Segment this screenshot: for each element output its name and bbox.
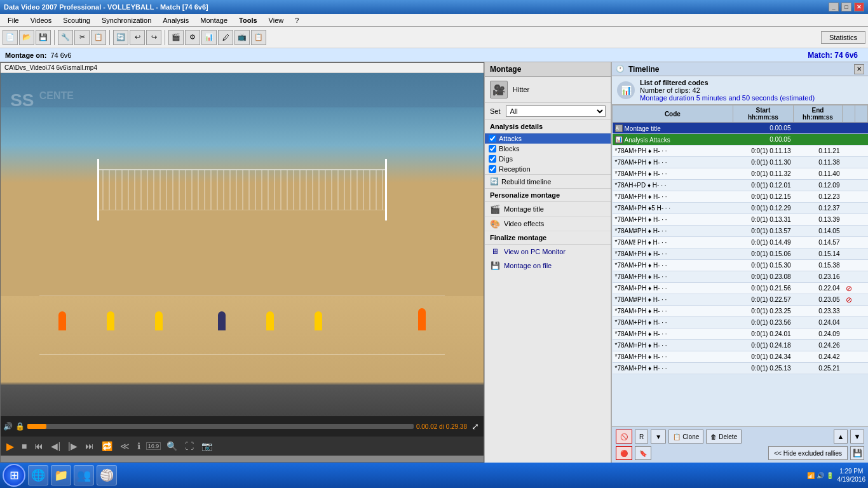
table-row[interactable]: *78AM+PH ♦5 H- · · 0:0(1) 0.12.29 0.12.3… xyxy=(613,203,868,214)
stop-btn[interactable]: ■ xyxy=(20,441,29,451)
progress-bar[interactable] xyxy=(27,424,414,429)
toolbar-btn2[interactable]: ✂ xyxy=(74,30,90,45)
table-row[interactable]: *78AM#PH ♦ H- · · 0:0(1) 0.22.57 0.23.05… xyxy=(613,294,868,306)
table-row[interactable]: *78AM+PH ♦ H- · · 0:0(1) 0.15.30 0.15.38 xyxy=(613,260,868,271)
save-timeline-btn[interactable]: 💾 xyxy=(850,446,864,460)
taskbar-teamviewer[interactable]: 👥 xyxy=(74,465,94,485)
filter-btn[interactable]: ▼ xyxy=(651,430,666,444)
prev-btn[interactable]: ⏮ xyxy=(32,441,45,451)
toolbar-btn6[interactable]: ↪ xyxy=(146,30,161,45)
table-row[interactable]: *78AM+PH ♦ H- · · 0:0(1) 0.24.34 0.24.42 xyxy=(613,351,868,363)
toolbar-btn10[interactable]: 🖊 xyxy=(218,30,233,45)
menu-tools[interactable]: Tools xyxy=(234,15,262,25)
taskbar-datavideo[interactable]: 🏐 xyxy=(97,465,117,485)
statistics-button[interactable]: Statistics xyxy=(821,31,865,44)
start-button[interactable]: ⊞ xyxy=(3,464,25,487)
menu-view[interactable]: View xyxy=(264,15,289,25)
delete-btn[interactable]: 🗑 Delete xyxy=(706,430,742,444)
montage-title-btn[interactable]: 🎬 Montage title xyxy=(485,202,611,217)
table-row[interactable]: *78AM+PH ♦ H- · · 0:0(1) 0.21.56 0.22.04… xyxy=(613,283,868,294)
step-back-btn[interactable]: ◀| xyxy=(49,441,62,451)
menu-videos[interactable]: Videos xyxy=(25,15,57,25)
timeline-close-btn[interactable]: ✕ xyxy=(854,64,864,74)
table-row[interactable]: *78AM+PH ♦ H- · · 0:0(1) 0.12.15 0.12.23 xyxy=(613,191,868,203)
clone-btn[interactable]: 📋 Clone xyxy=(668,430,703,444)
menu-file[interactable]: File xyxy=(3,15,24,25)
table-row[interactable]: *78AM+PH ♦ H- · · 0:0(1) 0.25.13 0.25.21 xyxy=(613,363,868,374)
menu-scouting[interactable]: Scouting xyxy=(58,15,95,25)
table-row[interactable]: *78AM+PH ♦ H- · · 0:0(1) 0.11.32 0.11.40 xyxy=(613,168,868,180)
toolbar-open[interactable]: 📂 xyxy=(19,30,34,45)
loop-btn[interactable]: 🔁 xyxy=(100,441,114,451)
menu-help[interactable]: ? xyxy=(290,15,304,25)
montage-on-file-btn[interactable]: 💾 Montage on file xyxy=(485,259,611,273)
table-row[interactable]: *78AM! PH ♦ H- · · 0:0(1) 0.14.49 0.14.5… xyxy=(613,237,868,248)
table-row[interactable]: 📊 Analysis Attacks 0.00.05 xyxy=(613,134,868,146)
video-effects-btn[interactable]: 🎨 Video effects xyxy=(485,217,611,231)
analysis-item-digs[interactable]: Digs xyxy=(485,154,611,164)
table-row[interactable]: *78AH+PD ♦ H- · · 0:0(1) 0.12.01 0.12.09 xyxy=(613,180,868,191)
exclude-btn[interactable]: 🚫 xyxy=(616,430,632,444)
flag-btn[interactable]: 🔖 xyxy=(635,446,651,460)
analysis-item-attacks[interactable]: Attacks xyxy=(485,133,611,144)
clock[interactable]: 1:29 PM 4/19/2016 xyxy=(837,467,866,484)
fullscreen-btn[interactable]: ⛶ xyxy=(183,441,196,451)
toolbar-btn3[interactable]: 📋 xyxy=(91,30,106,45)
digs-checkbox[interactable] xyxy=(489,155,496,163)
table-row[interactable]: *78AM=PH ♦ H- · · 0:0(1) 0.24.18 0.24.26 xyxy=(613,340,868,351)
attacks-checkbox[interactable] xyxy=(489,135,496,142)
hide-excluded-btn[interactable]: << Hide excluded rallies xyxy=(768,446,848,460)
red-btn1[interactable]: 🔴 xyxy=(616,446,632,460)
slow-btn[interactable]: ≪ xyxy=(118,441,132,451)
toolbar-btn12[interactable]: 📋 xyxy=(251,30,266,45)
rebuild-timeline-btn[interactable]: 🔄 Rebuild timeline xyxy=(485,175,611,189)
table-row[interactable]: *78AM+PH ♦ H- · · 0:0(1) 0.23.56 0.24.04 xyxy=(613,317,868,329)
zoom-btn[interactable]: 🔍 xyxy=(165,441,179,451)
table-row[interactable]: *78AM+PH ♦ H- · · 0:0(1) 0.23.25 0.23.33 xyxy=(613,306,868,317)
toolbar-btn1[interactable]: 🔧 xyxy=(58,30,73,45)
play-btn[interactable]: ▶ xyxy=(4,440,16,452)
info-btn[interactable]: ℹ xyxy=(135,441,142,451)
move-down-btn[interactable]: ▼ xyxy=(850,430,864,444)
toolbar-save[interactable]: 💾 xyxy=(36,30,51,45)
blocks-checkbox[interactable] xyxy=(489,145,496,152)
menu-montage[interactable]: Montage xyxy=(195,15,233,25)
toolbar-btn5[interactable]: ↩ xyxy=(130,30,145,45)
toolbar-btn11[interactable]: 📺 xyxy=(234,30,250,45)
video-area[interactable]: SS CENTE xyxy=(1,73,484,416)
table-row[interactable]: *78AM+PH ♦ H- · · 0:0(1) 0.11.30 0.11.38 xyxy=(613,157,868,168)
analysis-item-blocks[interactable]: Blocks xyxy=(485,144,611,154)
menu-synchronization[interactable]: Synchronization xyxy=(97,15,156,25)
table-row[interactable]: *78AM#PH ♦ H- · · 0:0(1) 0.13.57 0.14.05 xyxy=(613,226,868,237)
menu-analysis[interactable]: Analysis xyxy=(158,15,194,25)
view-pc-monitor-btn[interactable]: 🖥 View on PC Monitor xyxy=(485,245,611,259)
expand-btn[interactable]: ⤢ xyxy=(470,421,481,431)
taskbar-explorer[interactable]: 📁 xyxy=(51,465,71,485)
table-row[interactable]: *78AM+PH ♦ H- · · 0:0(1) 0.24.01 0.24.09 xyxy=(613,329,868,340)
reception-checkbox[interactable] xyxy=(489,165,496,173)
table-row[interactable]: *78AM+PH ♦ H- · · 0:0(1) 0.15.06 0.15.14 xyxy=(613,248,868,260)
table-row[interactable]: *78AM+PH ♦ H- · · 0:0(1) 0.23.08 0.23.16 xyxy=(613,271,868,283)
taskbar-chrome[interactable]: 🌐 xyxy=(28,465,48,485)
table-row[interactable]: A Montage title 0.00.05 xyxy=(613,123,868,134)
action-cell1 xyxy=(843,226,855,237)
analysis-item-reception[interactable]: Reception xyxy=(485,164,611,174)
toolbar-btn7[interactable]: 🎬 xyxy=(168,30,184,45)
minimize-btn[interactable]: _ xyxy=(829,3,839,11)
reset-btn[interactable]: R xyxy=(635,430,648,444)
step-fwd-btn[interactable]: |▶ xyxy=(66,441,79,451)
snapshot-btn[interactable]: 📷 xyxy=(200,441,214,451)
close-btn[interactable]: ✕ xyxy=(854,3,864,11)
toolbar-btn8[interactable]: ⚙ xyxy=(185,30,200,45)
toolbar-btn9[interactable]: 📊 xyxy=(201,30,217,45)
set-select[interactable]: All xyxy=(506,105,606,117)
timeline-table-container[interactable]: Code Starthh:mm:ss Endhh:mm:ss A Montage… xyxy=(612,105,868,426)
maximize-btn[interactable]: □ xyxy=(841,3,851,11)
window-controls[interactable]: _ □ ✕ xyxy=(829,3,864,11)
toolbar-btn4[interactable]: 🔄 xyxy=(113,30,128,45)
next-btn[interactable]: ⏭ xyxy=(83,441,96,451)
move-up-btn[interactable]: ▲ xyxy=(834,430,848,444)
table-row[interactable]: *78AM+PH ♦ H- · · 0:0(1) 0.13.31 0.13.39 xyxy=(613,214,868,226)
table-row[interactable]: *78AM+PH ♦ H- · · 0:0(1) 0.11.13 0.11.21 xyxy=(613,146,868,157)
toolbar-new[interactable]: 📄 xyxy=(3,30,18,45)
